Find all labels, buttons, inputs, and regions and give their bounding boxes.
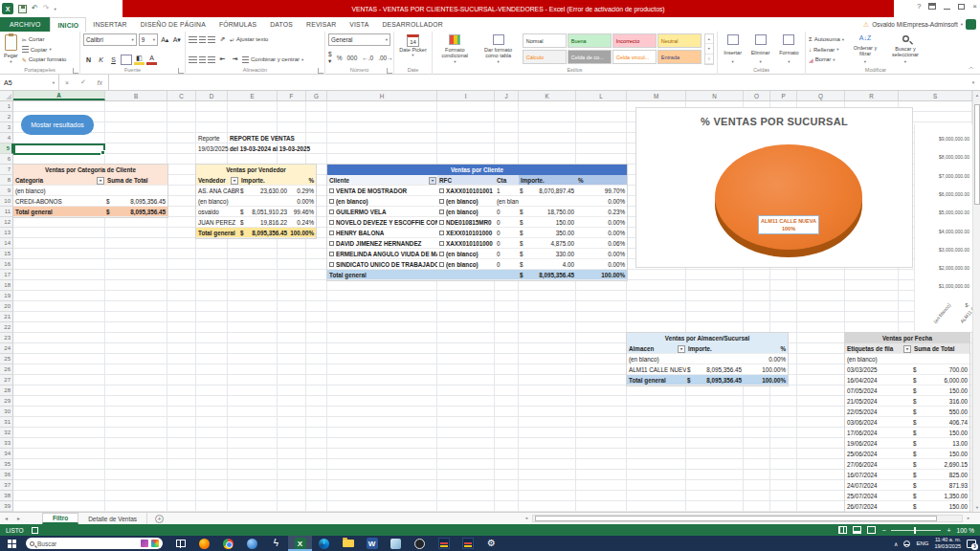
- number-format-select[interactable]: General▾: [328, 33, 390, 46]
- taskbar-icon-firefox[interactable]: [192, 536, 216, 551]
- taskbar-icon-etl-1[interactable]: [432, 536, 456, 551]
- pivot-ventas-por-cliente[interactable]: Ventas por ClienteCliente▾RFCCtaImporte.…: [327, 165, 627, 280]
- table-row[interactable]: ERMELINDA ANGULO VIUDA DE MARI(en blanco…: [327, 249, 627, 259]
- cell-style-c-lculo[interactable]: Cálculo: [523, 50, 567, 64]
- row-header-6[interactable]: 6: [0, 154, 13, 165]
- bar-chart-panel-cutoff[interactable]: $9,000,000.00$8,000,000.00$7,000,000.00$…: [914, 124, 972, 331]
- taskbar-icon-etl-2[interactable]: [456, 536, 479, 551]
- zoom-in-icon[interactable]: +: [947, 527, 950, 534]
- row-header-39[interactable]: 39: [0, 501, 13, 512]
- taskbar-icon-file-explorer[interactable]: [336, 536, 360, 551]
- taskbar-icon-settings[interactable]: ⚙: [479, 536, 503, 551]
- expand-icon[interactable]: [329, 252, 334, 256]
- copy-button[interactable]: Copiar▾: [22, 45, 67, 55]
- language-indicator[interactable]: ENG: [916, 540, 928, 546]
- pivot-ventas-por-fecha[interactable]: Ventas por FechaEtiquetas de fila▾Suma d…: [845, 333, 969, 512]
- taskbar-icon-edge[interactable]: [312, 536, 336, 551]
- fill-color-icon[interactable]: ◧: [134, 54, 145, 65]
- row-header-29[interactable]: 29: [0, 396, 13, 407]
- ribbon-tab-datos[interactable]: DATOS: [263, 17, 300, 32]
- column-header-A[interactable]: A: [13, 91, 105, 100]
- cut-button[interactable]: ✂Cortar: [22, 34, 67, 44]
- start-button[interactable]: [0, 540, 23, 548]
- name-box[interactable]: A5▾: [0, 75, 59, 90]
- select-all-corner[interactable]: [0, 91, 13, 101]
- merge-center-button[interactable]: Combinar y centrar▾: [242, 55, 303, 64]
- row-header-22[interactable]: 22: [0, 322, 13, 333]
- table-row[interactable]: 25/06/2024$150.00: [845, 449, 969, 459]
- increase-decimal-icon[interactable]: ←.0: [362, 55, 373, 61]
- cell-style-normal[interactable]: Normal: [523, 33, 567, 48]
- cell-grid[interactable]: Mostar resultados Reporte 19/03/2025 REP…: [13, 101, 972, 512]
- row-header-15[interactable]: 15: [0, 249, 13, 259]
- column-header-H[interactable]: H: [327, 91, 437, 100]
- expand-icon[interactable]: [329, 241, 334, 246]
- ribbon-tab-fórmulas[interactable]: FÓRMULAS: [212, 17, 263, 32]
- align-right-icon[interactable]: [208, 56, 215, 63]
- dialog-launcher-icon[interactable]: [318, 68, 323, 74]
- cell-style-celda-vincul-[interactable]: Celda vincul...: [612, 50, 657, 64]
- row-header-36[interactable]: 36: [0, 470, 13, 480]
- table-row[interactable]: 03/06/2024$406.74: [845, 417, 969, 428]
- ribbon-display-icon[interactable]: [928, 3, 936, 10]
- horizontal-scrollbar[interactable]: ◄ ►: [524, 514, 970, 522]
- table-row[interactable]: VENTA DE MOSTRADORXAXX0101010011$8,070,8…: [327, 186, 627, 196]
- cell-style-buena[interactable]: Buena: [568, 33, 612, 48]
- expand-icon[interactable]: [329, 199, 334, 204]
- row-header-27[interactable]: 27: [0, 375, 13, 386]
- column-header-C[interactable]: C: [167, 91, 196, 100]
- expand-icon[interactable]: [329, 262, 334, 267]
- align-top-icon[interactable]: [189, 36, 197, 43]
- borders-icon[interactable]: [121, 55, 132, 65]
- column-header-P[interactable]: P: [770, 91, 797, 100]
- decrease-font-icon[interactable]: A▾: [171, 34, 182, 46]
- account-area[interactable]: ⚠ Osvaldo MiEmpresa-Adminsoft ▾: [863, 19, 976, 30]
- column-header-N[interactable]: N: [686, 91, 744, 100]
- column-header-G[interactable]: G: [306, 91, 327, 100]
- row-header-1[interactable]: 1: [0, 101, 13, 112]
- increase-indent-icon[interactable]: ⇥: [230, 54, 240, 65]
- expand-icon[interactable]: [439, 188, 444, 193]
- table-row[interactable]: Categoría▾Suma de Total: [13, 175, 167, 186]
- find-select-button[interactable]: Buscar y seleccionar▾: [886, 33, 924, 65]
- scroll-right-icon[interactable]: ►: [963, 516, 970, 520]
- table-row[interactable]: 03/03/2025$700.00: [845, 364, 969, 375]
- clear-button[interactable]: ◢Borrar▾: [809, 55, 844, 64]
- table-row[interactable]: (en blanco)0.00%: [627, 354, 788, 364]
- table-row[interactable]: (en blanco): [13, 186, 167, 196]
- row-header-38[interactable]: 38: [0, 491, 13, 501]
- pivot-ventas-por-vendedor[interactable]: Ventas por VendedorVendedor▾Importe.%AS.…: [196, 165, 316, 238]
- new-sheet-icon[interactable]: +: [155, 515, 164, 523]
- undo-icon[interactable]: ↶: [32, 5, 38, 12]
- table-row[interactable]: Total general$8,095,356.45: [13, 207, 167, 217]
- pivot-ventas-por-almacen[interactable]: Ventas por Almacen/SucursalAlmacen▾Impor…: [627, 333, 788, 386]
- align-middle-icon[interactable]: [199, 36, 206, 43]
- horizontal-scroll-thumb[interactable]: [535, 516, 937, 521]
- table-row[interactable]: ALM11 CALLE NUEVA$8,095,356.45100.00%: [627, 364, 788, 375]
- conditional-formatting-button[interactable]: Formato condicional▾: [435, 33, 475, 65]
- table-row[interactable]: Total general$8,095,356.45100.00%: [327, 270, 627, 280]
- table-row[interactable]: JUAN PEREZ$19,816.220.24%: [196, 217, 316, 228]
- formula-input[interactable]: [109, 75, 967, 90]
- sort-filter-button[interactable]: A↓Z Ordenar y filtrar▾: [847, 33, 883, 65]
- format-as-table-button[interactable]: Dar formato como tabla▾: [478, 33, 520, 65]
- dialog-launcher-icon[interactable]: [178, 68, 184, 74]
- table-row[interactable]: DAVID JIMENEZ HERNANDEZXAXX0101010000$4,…: [327, 238, 627, 249]
- redo-icon[interactable]: ↷: [43, 5, 50, 12]
- autosum-button[interactable]: ΣAutosuma▾: [809, 34, 844, 44]
- sheet-tab-detalle-de-ventas[interactable]: Detalle de Ventas: [78, 513, 147, 524]
- restore-icon[interactable]: [958, 4, 965, 10]
- table-row[interactable]: (en blanco)(en blanco)(en blanco)0.00%: [327, 196, 627, 207]
- expand-icon[interactable]: [329, 231, 334, 235]
- currency-format-icon[interactable]: $ ▾: [328, 51, 332, 65]
- table-row[interactable]: Cliente▾RFCCtaImporte.%: [327, 175, 627, 186]
- paste-button[interactable]: Pegar▾: [3, 33, 19, 65]
- font-size-select[interactable]: 9▾: [139, 33, 158, 46]
- cell-style-entrada[interactable]: Entrada: [657, 50, 702, 64]
- table-row[interactable]: 21/05/2024$316.00: [845, 396, 969, 407]
- enter-icon[interactable]: ✓: [80, 78, 86, 86]
- expand-icon[interactable]: [439, 199, 444, 204]
- taskbar-icon-excel[interactable]: X: [288, 536, 312, 551]
- expand-icon[interactable]: [439, 241, 444, 246]
- next-sheet-icon[interactable]: ►: [12, 516, 25, 521]
